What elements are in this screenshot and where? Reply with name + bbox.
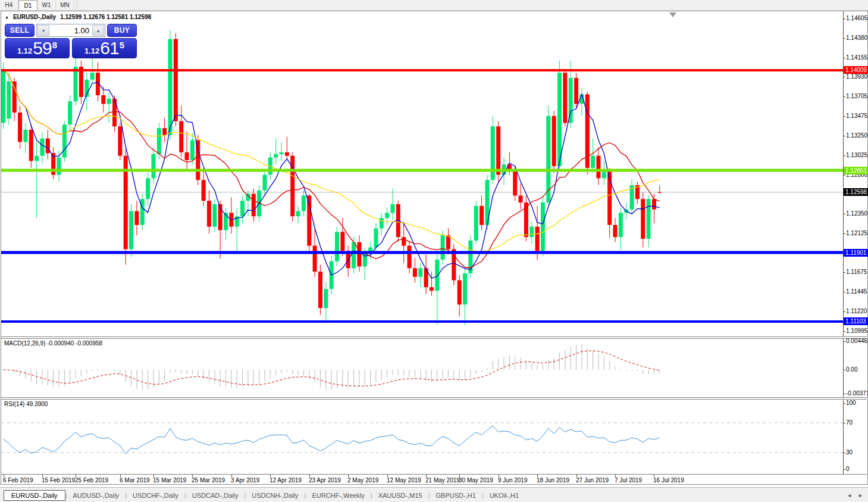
candle-body (602, 172, 606, 179)
candle-body (557, 73, 562, 166)
rsi-pane-divider[interactable] (1, 397, 867, 400)
candle-body (57, 157, 61, 174)
macd-pane-divider[interactable] (1, 336, 867, 339)
candle-body (185, 152, 189, 160)
macd-axis-label: -0.003715 (846, 390, 868, 397)
candle-body (463, 273, 467, 304)
y-axis-tick-mark (843, 311, 845, 312)
candle-body (413, 268, 417, 277)
buy-button[interactable]: BUY (107, 24, 137, 37)
y-axis-tick-mark (843, 96, 845, 97)
bid-price-display[interactable]: 1.12 59 8 (5, 38, 70, 58)
y-axis-tick-mark (843, 58, 845, 58)
current-price-label: 1.12598 (844, 188, 868, 196)
x-axis-date-label: 6 Feb 2019 (3, 477, 33, 484)
candle-body (541, 202, 545, 251)
candle-body (513, 170, 517, 196)
candle-body (357, 242, 361, 267)
candle-body (591, 156, 595, 168)
chart-tab-eurusd-daily[interactable]: EURUSD-,Daily (4, 490, 65, 501)
date-axis-border (1, 474, 867, 475)
y-axis-tick-label: 1.13475 (846, 113, 867, 119)
candle-body (441, 235, 445, 260)
chart-tab-bar: EURUSD-,Daily|AUDUSD-,Daily|USDCHF-,Dail… (0, 487, 868, 502)
sell-button[interactable]: SELL (5, 24, 35, 37)
candle-body (402, 237, 406, 246)
volume-input[interactable]: 1.00 (50, 24, 92, 36)
ask-price-display[interactable]: 1.12 61 5 (72, 38, 137, 58)
scroll-to-end-icon[interactable] (669, 13, 676, 17)
candle-body (18, 113, 22, 142)
rsi-axis-label: 30 (846, 449, 853, 456)
volume-increase-icon[interactable]: ▲ (92, 25, 104, 36)
rsi-line (4, 426, 660, 454)
candle-body (529, 227, 534, 237)
rsi-axis-tick-mark (843, 453, 845, 453)
candle-body (151, 154, 155, 179)
tab-scroll-left-icon[interactable]: ◄ (847, 492, 852, 498)
y-axis-tick-mark (843, 272, 845, 273)
candle-body (46, 139, 50, 154)
chart-tab-eurchf-weekly[interactable]: EURCHF-,Weekly (306, 491, 370, 500)
ask-price-big: 61 (100, 39, 118, 57)
x-axis-date-label: 9 Jun 2019 (498, 477, 528, 484)
candle-body (40, 139, 44, 156)
candle-body (162, 128, 167, 135)
candle-body (307, 195, 311, 245)
chart-tab-audusd-daily[interactable]: AUDUSD-,Daily (67, 491, 125, 500)
y-axis-tick-label: 1.13025 (846, 152, 867, 158)
candle-body (168, 39, 173, 135)
y-axis-tick-label: 1.13250 (846, 132, 867, 139)
chart-tab-xauusd-m15[interactable]: XAUUSD-,M15 (372, 491, 428, 500)
candle-body (552, 116, 556, 166)
candle-body (408, 246, 412, 269)
candle-body (296, 211, 300, 217)
chart-tab-usdcnh-daily[interactable]: USDCNH-,Daily (246, 491, 304, 500)
y-axis-tick-mark (843, 116, 845, 117)
bid-price-pip: 8 (52, 40, 57, 50)
y-axis-tick-mark (843, 292, 845, 292)
candle-body (107, 99, 111, 104)
y-axis-tick-label: 1.12125 (846, 230, 867, 236)
rsi-axis-tick-mark (843, 403, 845, 404)
candle-body (563, 73, 567, 123)
rsi-axis-tick-mark (843, 469, 845, 470)
x-axis-date-label: 25 Mar 2019 (192, 477, 225, 484)
ohlc-readout: 1.12599 1.12676 1.12581 1.12598 (60, 14, 151, 20)
candle-body (12, 82, 17, 113)
y-axis-tick-mark (843, 155, 845, 156)
collapse-panel-icon[interactable]: ▲ (5, 15, 9, 19)
candle-body (324, 289, 328, 308)
y-axis-tick-mark (843, 175, 845, 176)
y-axis-tick-label: 1.11675 (846, 269, 867, 275)
candle-body (496, 126, 500, 174)
y-axis-tick-mark (843, 18, 845, 19)
chart-tab-ukoil-h1[interactable]: UKOil-,H1 (484, 491, 525, 500)
candle-body (519, 195, 523, 202)
candle-body (302, 195, 306, 211)
x-axis-date-label: 16 Jul 2019 (653, 477, 684, 484)
candle-body (335, 232, 339, 261)
rsi-pane (1, 423, 843, 454)
y-axis-tick-label: 1.14380 (846, 35, 867, 41)
candle-body (134, 211, 139, 225)
volume-decrease-icon[interactable]: ▼ (37, 25, 49, 36)
chart-tab-usdchf-daily[interactable]: USDCHF-,Daily (127, 491, 184, 500)
candle-body (535, 227, 540, 251)
candle-body (430, 287, 434, 291)
y-axis-tick-label: 1.13930 (846, 73, 867, 80)
candle-body (274, 154, 278, 158)
candle-body (196, 140, 200, 180)
candle-body (74, 67, 78, 101)
chart-tab-usdcad-daily[interactable]: USDCAD-,Daily (186, 491, 245, 500)
candle-body (596, 156, 600, 179)
candle-body (352, 242, 356, 269)
level-price-label: 1.11103 (844, 317, 868, 325)
candle-body (252, 194, 256, 216)
candle-body (262, 175, 267, 191)
x-axis-date-label: 12 Apr 2019 (270, 477, 302, 484)
tab-scroll-right-icon[interactable]: ► (858, 492, 863, 498)
candle-body (90, 73, 95, 80)
macd-pane (4, 344, 660, 390)
chart-tab-gbpusd-h1[interactable]: GBPUSD-,H1 (430, 491, 482, 500)
